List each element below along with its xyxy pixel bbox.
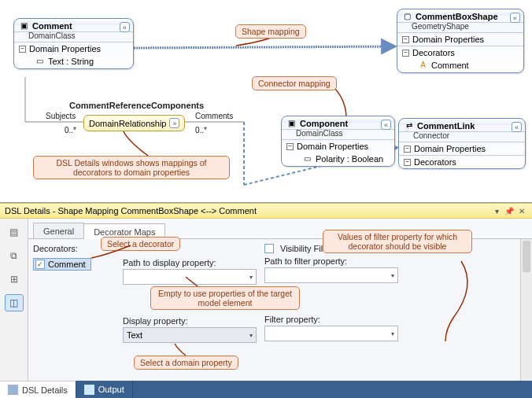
role-left: Subjects	[46, 112, 76, 120]
tab-dsl-details[interactable]: DSL Details	[0, 381, 76, 398]
commentboxshape-box[interactable]: « ▢ CommentBoxShape GeometryShape − Doma…	[397, 9, 524, 73]
dropdown-icon[interactable]: ▾	[491, 205, 502, 216]
minus-icon[interactable]: −	[19, 46, 26, 53]
details-titlebar: DSL Details - Shape Mapping CommentBoxSh…	[0, 203, 532, 219]
minus-icon[interactable]: −	[404, 146, 411, 153]
section-label: Domain Properties	[29, 44, 101, 53]
sidebar-btn-decorator-maps[interactable]: ◫	[5, 294, 24, 311]
path-display-label: Path to display property:	[123, 258, 257, 267]
callout-select-domain-prop: Select a domain property	[134, 356, 238, 370]
shape-icon: ▢	[402, 11, 412, 21]
sidebar-btn-2[interactable]: ⧉	[5, 247, 24, 264]
callout-dsl-details: DSL Details windows shows mappings of de…	[33, 156, 230, 179]
relationship-label: DomainRelationship	[89, 119, 166, 128]
details-main: General Decorator Maps Decorators: ✓ Com…	[28, 219, 532, 381]
output-icon	[84, 385, 94, 395]
path-filter-field[interactable]: ▾	[264, 267, 398, 283]
box-subtitle: GeometryShape	[397, 22, 523, 32]
property-label: Polarity : Boolean	[316, 154, 383, 164]
connector-icon: ⇄	[404, 120, 414, 131]
section-label: Domain Properties	[412, 35, 484, 44]
callout-connector-mapping: Connector mapping	[252, 76, 337, 90]
bottom-tabbar: DSL Details Output	[0, 381, 532, 398]
section-label: Domain Properties	[297, 142, 368, 151]
collapse-icon[interactable]: «	[120, 22, 130, 32]
card-right: 0..*	[195, 126, 207, 135]
callout-empty-path: Empty to use properties of the target mo…	[150, 286, 300, 310]
minus-icon[interactable]: −	[402, 36, 409, 43]
close-icon[interactable]: ✕	[516, 205, 527, 216]
callout-select-decorator: Select a decorator	[101, 237, 180, 251]
path-display-field[interactable]: ▾	[123, 269, 257, 285]
callout-visibility-note: Values of filter property for which deco…	[323, 230, 472, 253]
filter-property-field[interactable]: ▾	[264, 326, 398, 341]
dsl-details-icon	[8, 385, 18, 395]
chevron-down-icon: ▾	[249, 332, 253, 339]
comment-domainclass-box[interactable]: « ▣ Comment DomainClass − Domain Propert…	[13, 18, 134, 69]
callout-shape-mapping: Shape mapping	[235, 24, 306, 39]
dsl-details-panel: DSL Details - Shape Mapping CommentBoxSh…	[0, 203, 532, 381]
box-subtitle: DomainClass	[14, 31, 133, 42]
box-subtitle: DomainClass	[282, 129, 394, 139]
vertical-scrollbar[interactable]	[520, 239, 532, 381]
tab-label: DSL Details	[22, 385, 68, 395]
relationship-name: CommentReferenceComponents	[69, 101, 204, 110]
card-left: 0..*	[65, 126, 76, 135]
diagram-canvas[interactable]: « ▣ Comment DomainClass − Domain Propert…	[0, 0, 532, 203]
svg-line-0	[134, 46, 396, 48]
section-label: Decorators	[414, 157, 456, 167]
display-property-label: Display property:	[123, 316, 257, 326]
section-label: Decorators	[412, 48, 455, 57]
collapse-icon[interactable]: «	[512, 122, 522, 132]
box-title: Component	[300, 119, 348, 128]
property-icon: ▭	[35, 56, 45, 66]
minus-icon[interactable]: −	[286, 143, 294, 150]
decorators-label: Decorators:	[33, 244, 110, 253]
section-label: Domain Properties	[414, 144, 486, 153]
minus-icon[interactable]: −	[402, 50, 409, 57]
checkbox-icon[interactable]: ✓	[35, 260, 45, 269]
decorator-maps-content: Decorators: ✓ Comment Path to display pr…	[28, 239, 532, 381]
pin-icon[interactable]: 📌	[504, 205, 515, 216]
decorator-label: Comment	[431, 61, 469, 70]
collapse-icon[interactable]: «	[381, 120, 391, 130]
box-title: CommentBoxShape	[416, 12, 498, 21]
collapse-icon[interactable]: «	[510, 13, 520, 23]
class-icon: ▣	[286, 118, 297, 128]
decorator-item[interactable]: ✓ Comment	[33, 258, 91, 271]
component-domainclass-box[interactable]: « ▣ Component DomainClass − Domain Prope…	[281, 116, 395, 167]
role-right: Comments	[195, 112, 233, 120]
details-sidebar: ▤ ⧉ ⊞ ◫	[0, 219, 28, 381]
expand-icon[interactable]: »	[169, 118, 179, 128]
decorator-icon: A	[418, 60, 428, 70]
visibility-filter-checkbox[interactable]: ✓	[264, 244, 274, 253]
display-property-field[interactable]: Text ▾	[123, 327, 257, 343]
tab-output[interactable]: Output	[76, 381, 133, 398]
details-title-text: DSL Details - Shape Mapping CommentBoxSh…	[5, 206, 257, 216]
sidebar-btn-3[interactable]: ⊞	[5, 271, 24, 288]
box-subtitle: Connector	[399, 131, 525, 142]
class-icon: ▣	[19, 20, 29, 31]
sidebar-btn-1[interactable]: ▤	[5, 223, 24, 241]
box-title: Comment	[32, 21, 72, 31]
display-property-value: Text	[127, 330, 142, 340]
property-icon: ▭	[302, 153, 312, 164]
tab-label: Output	[98, 385, 124, 394]
box-title: CommentLink	[417, 121, 475, 131]
path-filter-label: Path to filter property:	[264, 256, 398, 266]
filter-property-label: Filter property:	[264, 315, 398, 324]
domain-relationship-box[interactable]: DomainRelationship »	[83, 115, 185, 131]
decorator-item-label: Comment	[48, 260, 86, 269]
commentlink-box[interactable]: « ⇄ CommentLink Connector − Domain Prope…	[398, 118, 526, 169]
property-label: Text : String	[48, 57, 94, 66]
tab-general[interactable]: General	[33, 223, 84, 238]
minus-icon[interactable]: −	[404, 159, 411, 166]
